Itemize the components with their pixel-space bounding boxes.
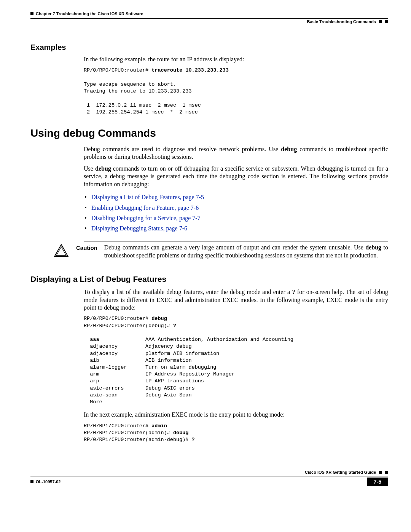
using-debug-heading: Using debug Commands (30, 127, 388, 139)
guide-title: Cisco IOS XR Getting Started Guide (305, 470, 376, 474)
link-enable-debug[interactable]: Enabling Debugging for a Feature, page 7… (91, 204, 199, 211)
debug-para1: Debug commands are used to diagnose and … (84, 145, 388, 161)
debug-links-list: Displaying a List of Debug Features, pag… (84, 192, 388, 233)
footer-bullet-icon (30, 480, 33, 483)
caution-icon (53, 244, 69, 259)
displaying-para2: In the next example, administration EXEC… (84, 411, 388, 419)
page: Chapter 7 Troubleshooting the Cisco IOS … (0, 0, 411, 501)
caution-rule-top (84, 241, 388, 241)
section-label: Basic Troubleshooting Commands (307, 19, 376, 24)
examples-intro: In the following example, the route for … (84, 56, 388, 63)
examples-heading: Examples (30, 43, 388, 52)
caution-label: Caution (76, 244, 97, 251)
chapter-label: Chapter 7 Troubleshooting the Cisco IOS … (36, 11, 143, 16)
list-item: Enabling Debugging for a Feature, page 7… (91, 203, 388, 213)
page-number: 7-5 (367, 478, 388, 486)
traceroute-output: RP/0/RP0/CPU0:router# traceroute 10.233.… (84, 67, 388, 116)
displaying-para1: To display a list of the available debug… (84, 288, 388, 312)
list-item: Displaying Debugging Status, page 7-6 (91, 223, 388, 233)
section-header: Basic Troubleshooting Commands (30, 19, 388, 24)
link-debug-status[interactable]: Displaying Debugging Status, page 7-6 (91, 225, 187, 232)
debug-admin-output: RP/0/RP1/CPU0:router# admin RP/0/RP1/CPU… (84, 423, 388, 444)
section-bullet-icon (385, 20, 388, 23)
link-disable-debug[interactable]: Disabling Debugging for a Service, page … (91, 215, 201, 221)
header-rule (30, 18, 388, 19)
caution-block: Caution Debug commands can generate a ve… (53, 244, 388, 263)
page-footer: Cisco IOS XR Getting Started Guide OL-10… (30, 470, 388, 486)
footer-bullet-icon (385, 471, 388, 474)
displaying-heading: Displaying a List of Debug Features (30, 275, 388, 284)
list-item: Disabling Debugging for a Service, page … (91, 213, 388, 223)
debug-para2: Use debug commands to turn on or off deb… (84, 165, 388, 188)
link-display-list[interactable]: Displaying a List of Debug Features, pag… (91, 194, 204, 200)
debug-exec-output: RP/0/RP0/CPU0:router# debug RP/0/RP0/CPU… (84, 315, 388, 406)
section-bullet-icon (379, 20, 382, 23)
running-header: Chapter 7 Troubleshooting the Cisco IOS … (30, 11, 388, 16)
footer-bullet-icon (379, 471, 382, 474)
caution-text: Debug commands can generate a very large… (104, 244, 388, 259)
doc-number: OL-10957-02 (36, 479, 61, 484)
header-bullet-icon (30, 12, 33, 15)
list-item: Displaying a List of Debug Features, pag… (91, 192, 388, 202)
